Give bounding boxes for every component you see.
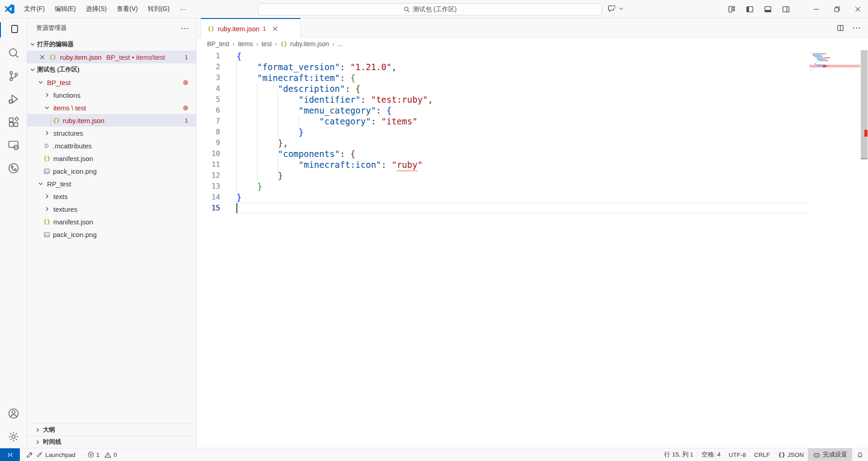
notifications-bell[interactable] xyxy=(852,448,868,461)
tab-ruby-item-json[interactable]: {} ruby.item.json 1 xyxy=(201,18,301,38)
command-center-search[interactable]: 测试包 (工作区) xyxy=(258,3,602,15)
encoding-status[interactable]: UTF-8 xyxy=(725,448,750,461)
code-line-3[interactable]: 3"minecraft:item": { xyxy=(197,72,809,83)
tree-item-.mcattributes[interactable]: .mcattributes xyxy=(27,139,196,152)
minimap-mark xyxy=(816,57,823,58)
split-editor-icon[interactable] xyxy=(836,24,844,32)
code-line-15[interactable]: 15 xyxy=(197,203,809,214)
tree-item-texts[interactable]: texts xyxy=(27,190,196,203)
explorer-more-actions-icon[interactable]: ··· xyxy=(181,25,190,32)
tree-item-items-test[interactable]: items \ test xyxy=(27,101,196,114)
indentation-status[interactable]: 空格: 4 xyxy=(698,448,725,461)
menu-item-more[interactable]: ··· xyxy=(175,3,191,15)
activity-source-control-icon[interactable] xyxy=(0,65,27,87)
activity-remote-explorer-icon[interactable] xyxy=(0,134,27,157)
code-line-14[interactable]: 14} xyxy=(197,192,809,203)
workspace-section[interactable]: 测试包 (工作区) xyxy=(27,63,196,76)
tree-item-textures[interactable]: textures xyxy=(27,203,196,215)
launchpad-status-item[interactable]: Launchpad xyxy=(22,448,80,461)
tab-problem-badge: 1 xyxy=(263,25,266,32)
menu-item-3[interactable]: 查看(V) xyxy=(112,3,143,15)
breadcrumb-item[interactable]: items xyxy=(238,40,253,48)
eol-status[interactable]: CRLF xyxy=(750,448,774,461)
token: "identifier" xyxy=(298,94,360,105)
tree-item-pack_icon.png[interactable]: pack_icon.png xyxy=(27,165,196,177)
tree-item-pack_icon.png[interactable]: pack_icon.png xyxy=(27,228,196,241)
tree-item-ruby.item.json[interactable]: {}ruby.item.json1 xyxy=(27,114,196,127)
cursor-position-status[interactable]: 行 15, 列 1 xyxy=(660,448,698,461)
activity-account-icon[interactable] xyxy=(0,402,27,425)
chevron-right-icon xyxy=(43,193,51,200)
minimap-mark xyxy=(814,67,815,68)
token: "category" xyxy=(319,116,371,127)
code-editor[interactable]: 1{2"format_version": "1.21.0",3"minecraf… xyxy=(197,50,868,448)
vertical-scrollbar[interactable] xyxy=(860,50,868,448)
activity-settings-icon[interactable] xyxy=(0,425,27,448)
tree-item-manifest.json[interactable]: {}manifest.json xyxy=(27,152,196,165)
code-line-13[interactable]: 13} xyxy=(197,181,809,192)
code-line-7[interactable]: 7"category": "items" xyxy=(197,116,809,127)
minimap-mark xyxy=(830,57,830,58)
tree-item-RP_test[interactable]: RP_test xyxy=(27,177,196,190)
code-line-1[interactable]: 1{ xyxy=(197,51,809,62)
code-line-11[interactable]: 11"minecraft:icon": "ruby" xyxy=(197,159,809,170)
toggle-panel-icon[interactable] xyxy=(759,0,777,18)
toggle-secondary-sidebar-icon[interactable] xyxy=(777,0,795,18)
activity-pull-requests-icon[interactable] xyxy=(0,157,27,180)
bell-icon xyxy=(856,451,864,459)
close-window-button[interactable] xyxy=(847,0,868,18)
restore-button[interactable] xyxy=(826,0,847,18)
tree-item-structures[interactable]: structures xyxy=(27,127,196,139)
timeline-section[interactable]: 时间线 xyxy=(27,436,196,448)
chevron-right-icon xyxy=(43,129,51,137)
token: } xyxy=(298,127,303,138)
tree-item-manifest.json[interactable]: {}manifest.json xyxy=(27,215,196,228)
code-line-8[interactable]: 8} xyxy=(197,127,809,138)
breadcrumb-separator: › xyxy=(332,40,335,48)
token: , xyxy=(283,138,288,148)
code-line-2[interactable]: 2"format_version": "1.21.0", xyxy=(197,62,809,72)
menu-item-4[interactable]: 转到(G) xyxy=(143,3,175,15)
code-line-10[interactable]: 10"components": { xyxy=(197,148,809,159)
close-tab-icon[interactable] xyxy=(272,25,278,32)
activity-run-debug-icon[interactable] xyxy=(0,88,27,110)
open-editors-section[interactable]: 打开的编辑器 xyxy=(27,38,196,51)
outline-section[interactable]: 大纲 xyxy=(27,423,196,436)
activity-search-icon[interactable] xyxy=(0,42,27,64)
remote-indicator[interactable] xyxy=(0,448,20,461)
code-line-4[interactable]: 4"description": { xyxy=(197,83,809,94)
menu-item-0[interactable]: 文件(F) xyxy=(19,3,50,15)
menu-item-2[interactable]: 选择(S) xyxy=(81,3,112,15)
finish-setup-status[interactable]: 完成设置 xyxy=(808,448,852,461)
chevron-right-icon xyxy=(43,91,51,99)
minimap[interactable] xyxy=(809,50,860,448)
breadcrumb-item[interactable]: ... xyxy=(338,40,343,48)
code-line-6[interactable]: 6"menu_category": { xyxy=(197,105,809,116)
toggle-primary-sidebar-icon[interactable] xyxy=(741,0,759,18)
code-line-5[interactable]: 5"identifier": "test:ruby", xyxy=(197,94,809,105)
activity-extensions-icon[interactable] xyxy=(0,111,27,133)
open-editor-filename: ruby.item.json xyxy=(60,53,102,61)
scrollbar-slider[interactable] xyxy=(861,50,868,159)
problems-status-item[interactable]: 1 0 xyxy=(83,448,121,461)
customize-layout-icon[interactable] xyxy=(722,0,741,18)
close-icon[interactable] xyxy=(39,54,46,61)
line-number: 5 xyxy=(197,94,220,105)
breadcrumb-item[interactable]: test xyxy=(261,40,272,48)
minimize-button[interactable] xyxy=(806,0,826,18)
breadcrumb-item[interactable]: BP_test xyxy=(207,40,229,48)
tree-item-BP_test[interactable]: BP_test xyxy=(27,76,196,89)
editor-more-actions-icon[interactable]: ··· xyxy=(853,24,862,32)
open-editor-item[interactable]: {} ruby.item.json BP_test • items\test 1 xyxy=(27,51,196,63)
menu-item-1[interactable]: 编辑(E) xyxy=(50,3,81,15)
code-line-12[interactable]: 12} xyxy=(197,170,809,181)
tab-label: ruby.item.json xyxy=(218,25,259,33)
language-mode-status[interactable]: {} JSON xyxy=(774,448,808,461)
activity-explorer-icon[interactable] xyxy=(0,19,27,41)
tree-item-functions[interactable]: functions xyxy=(27,89,196,101)
copilot-menu[interactable] xyxy=(607,4,624,13)
breadcrumb-item[interactable]: ruby.item.json xyxy=(290,40,329,48)
line-number: 13 xyxy=(197,181,220,192)
json-file-icon: {} xyxy=(49,54,57,61)
code-line-9[interactable]: 9}, xyxy=(197,138,809,148)
